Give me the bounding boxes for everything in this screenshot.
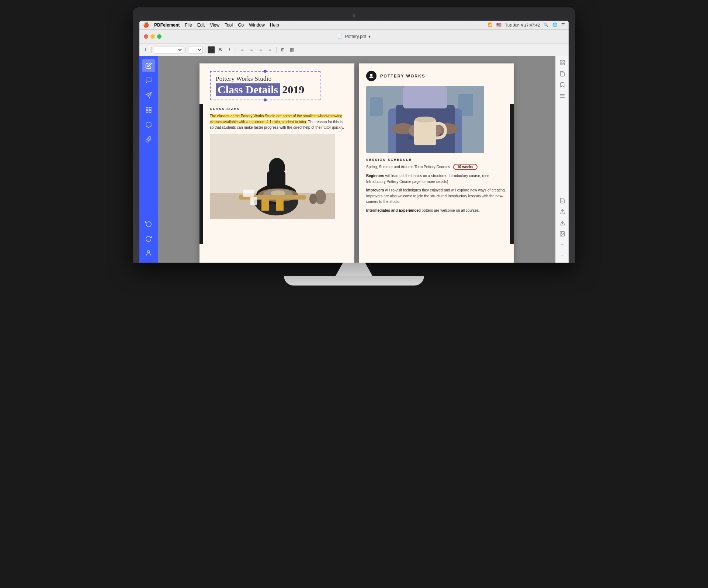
clock-label: Tue Jun 4 17:47:42 [505, 23, 540, 27]
mug-scene-svg [366, 86, 484, 153]
minimize-button[interactable] [150, 34, 155, 39]
sidebar-icon-comment[interactable] [142, 74, 155, 87]
session-intro-row: Spring, Summer and Autumn Term Pottery C… [366, 164, 506, 170]
intermediates-label: Intermediates and Experienced [366, 208, 421, 212]
svg-rect-21 [243, 190, 254, 197]
table-button[interactable]: ⊞ [279, 46, 287, 54]
session-intro-text: Spring, Summer and Autumn Term Pottery C… [366, 165, 450, 169]
title-bar-center: 📄 Pottery.pdf ▾ [337, 34, 370, 39]
menu-tool[interactable]: Tool [225, 23, 233, 28]
bold-button[interactable]: B [216, 46, 224, 54]
color-picker[interactable] [208, 46, 215, 53]
file-icon: 📄 [337, 34, 343, 39]
layout-button[interactable]: ▦ [288, 46, 296, 54]
svg-point-25 [370, 74, 373, 76]
right-panel-page-icon[interactable] [558, 69, 567, 78]
pdf-page-left: Pottery Works Studio Class Details 2019 … [199, 63, 354, 263]
right-panel: + − [555, 56, 569, 263]
right-panel-minus-icon[interactable]: − [558, 252, 567, 260]
weeks-badge: 10 weeks [453, 164, 478, 170]
wifi-icon: 📶 [487, 23, 493, 27]
sidebar-icon-share[interactable] [142, 89, 155, 102]
text-tool-icon[interactable]: T [142, 46, 149, 53]
monitor-wrapper: 🍎 PDFelement File Edit View Tool Go Wind… [133, 7, 575, 286]
right-panel-prop-icon[interactable] [558, 196, 567, 205]
svg-rect-39 [403, 86, 447, 108]
menubar-left: 🍎 PDFelement File Edit View Tool Go Wind… [143, 22, 279, 28]
svg-point-6 [148, 250, 150, 253]
align-right-button[interactable]: ≡ [257, 46, 265, 54]
svg-rect-43 [563, 60, 565, 62]
maximize-button[interactable] [157, 34, 162, 39]
font-select[interactable] [154, 46, 183, 53]
pottery-scene-svg [210, 134, 335, 219]
search-icon[interactable]: 🔍 [544, 23, 549, 27]
svg-rect-37 [414, 120, 436, 145]
align-center-button[interactable]: ≡ [247, 46, 256, 54]
right-panel-import-icon[interactable] [558, 218, 567, 227]
svg-rect-2 [146, 107, 148, 109]
toolbar-separator-5 [276, 47, 277, 53]
svg-rect-42 [560, 60, 562, 62]
svg-rect-4 [149, 111, 151, 113]
svg-rect-22 [250, 197, 257, 205]
flag-icon: 🇺🇸 [496, 23, 502, 27]
sidebar-icon-redo[interactable] [142, 232, 155, 245]
menu-help[interactable]: Help [270, 23, 279, 28]
italic-button[interactable]: I [225, 46, 233, 54]
sidebar-icon-user[interactable] [142, 246, 155, 260]
pottery-subtitle: Pottery Works Studio [216, 75, 315, 83]
monitor-bezel: 🍎 PDFelement File Edit View Tool Go Wind… [133, 7, 575, 263]
sidebar-icon-edit[interactable] [142, 59, 155, 72]
left-sidebar [139, 56, 158, 263]
sidebar-icon-stamp[interactable] [142, 118, 155, 131]
title-bar: 📄 Pottery.pdf ▾ [139, 30, 569, 44]
toolbar-separator-3 [205, 47, 205, 53]
handle-bottom[interactable] [264, 98, 267, 101]
handle-top[interactable] [264, 70, 267, 73]
intermediates-paragraph: Intermediates and Experienced potters ar… [366, 208, 506, 214]
right-panel-menu-icon[interactable] [558, 91, 567, 100]
sidebar-icon-undo[interactable] [142, 217, 155, 230]
globe-icon[interactable]: 🌐 [552, 23, 558, 27]
close-button[interactable] [144, 34, 148, 39]
svg-rect-3 [149, 107, 151, 109]
toolbar-separator-4 [236, 47, 236, 53]
title-text-box[interactable]: Pottery Works Studio Class Details 2019 [210, 71, 320, 100]
menu-file[interactable]: File [185, 23, 192, 28]
beginners-text: will learn all the basics on a structure… [366, 174, 489, 184]
right-panel-bookmark-icon[interactable] [558, 80, 567, 89]
main-layout: Pottery Works Studio Class Details 2019 … [139, 56, 569, 263]
svg-point-54 [561, 233, 562, 234]
align-left-button[interactable]: ≡ [238, 46, 246, 54]
monitor-screen: 🍎 PDFelement File Edit View Tool Go Wind… [139, 21, 569, 263]
beginners-label: Beginners [366, 174, 384, 178]
menu-window[interactable]: Window [249, 23, 265, 28]
right-panel-grid-icon[interactable] [558, 58, 567, 67]
pottery-image-right [366, 86, 484, 153]
chevron-icon[interactable]: ▾ [368, 34, 371, 39]
intermediates-text: potters are welcome on all courses, [421, 208, 480, 212]
right-panel-image-icon[interactable] [558, 229, 567, 238]
session-schedule-heading: SESSION SCHEDULE [366, 158, 506, 162]
svg-rect-24 [261, 200, 269, 211]
list-icon[interactable]: ☰ [561, 23, 565, 27]
right-panel-add-icon[interactable]: + [558, 241, 567, 249]
app-name-label: PDFelement [154, 23, 180, 28]
beginners-paragraph: Beginners will learn all the basics on a… [366, 173, 506, 184]
camera-notch [353, 14, 355, 17]
menu-view[interactable]: View [210, 23, 219, 28]
right-panel-export-icon[interactable] [558, 207, 567, 216]
svg-rect-44 [563, 63, 565, 65]
menu-edit[interactable]: Edit [197, 23, 205, 28]
apple-logo-icon: 🍎 [143, 22, 149, 28]
sidebar-icon-pages[interactable] [142, 103, 155, 117]
black-accent-bar-left [199, 104, 203, 244]
sidebar-icon-attachment[interactable] [142, 133, 155, 146]
brand-header: POTTERY WORKS [366, 71, 506, 81]
justify-button[interactable]: ≡ [266, 46, 274, 54]
svg-point-32 [408, 136, 413, 140]
pdf-area: Pottery Works Studio Class Details 2019 … [158, 56, 555, 263]
menu-go[interactable]: Go [238, 23, 244, 28]
size-select[interactable] [188, 46, 203, 53]
